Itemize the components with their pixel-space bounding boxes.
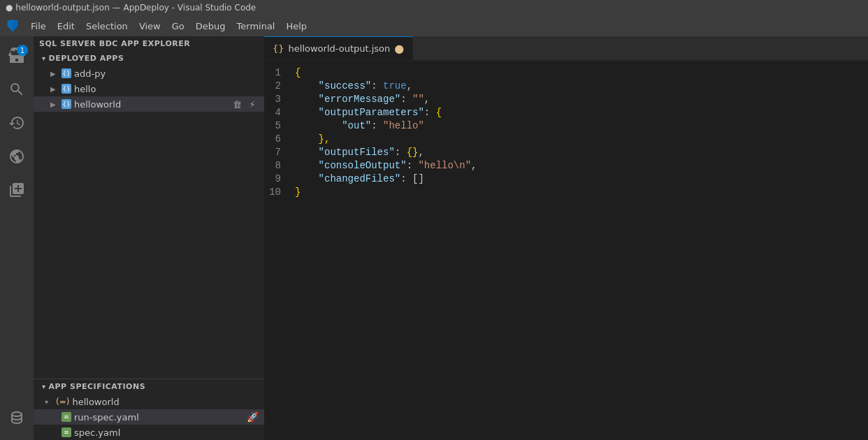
- code-line-10: 10 }: [264, 186, 868, 199]
- app-logo: [3, 16, 22, 36]
- deployed-apps-title[interactable]: ▾ DEPLOYED APPS: [34, 51, 264, 66]
- tree-item-add-py[interactable]: ▶ {} add-py: [34, 66, 264, 81]
- titlebar-title: ● helloworld-output.json — AppDeploy - V…: [6, 3, 256, 13]
- tree-arrow-hello: ▶: [50, 85, 62, 93]
- app-specs-title[interactable]: ▾ APP SPECIFICATIONS: [34, 379, 264, 394]
- menu-help[interactable]: Help: [280, 18, 312, 34]
- tree-arrow-add-py: ▶: [50, 70, 62, 78]
- spec-file2-icon: ≡: [62, 427, 71, 437]
- spec-run-icon[interactable]: 🚀: [247, 411, 259, 423]
- spec-group-helloworld[interactable]: ▾ (=) helloworld: [34, 394, 264, 409]
- deployed-apps-arrow: ▾: [42, 54, 46, 62]
- code-line-1: 1 {: [264, 66, 868, 80]
- tab-filename: helloworld-output.json: [289, 43, 391, 54]
- extensions-badge: 1: [17, 45, 28, 56]
- tab-helloworld-output[interactable]: {} helloworld-output.json ●: [264, 36, 413, 60]
- tab-bar: {} helloworld-output.json ●: [264, 36, 868, 61]
- spec-file-run-spec[interactable]: ≡ run-spec.yaml 🚀: [34, 409, 264, 425]
- code-line-6: 6 },: [264, 133, 868, 146]
- app-icon-add-py: {}: [62, 68, 71, 78]
- code-line-7: 7 "outputFiles": {},: [264, 146, 868, 159]
- editor-area: {} helloworld-output.json ● 1 { 2 "succe…: [264, 36, 868, 440]
- menu-terminal[interactable]: Terminal: [231, 18, 281, 34]
- deployed-apps-panel: ▾ DEPLOYED APPS ▶ {} add-py ▶ {} hello ▶…: [34, 51, 264, 379]
- activity-source-control[interactable]: [0, 106, 34, 140]
- tab-modified-dot: ●: [394, 42, 404, 55]
- spec-file-icon: ≡: [62, 412, 71, 422]
- menu-debug[interactable]: Debug: [190, 18, 231, 34]
- tree-arrow-helloworld: ▶: [50, 101, 62, 108]
- app-specs-panel: ▾ APP SPECIFICATIONS ▾ (=) helloworld ≡ …: [34, 379, 264, 440]
- menu-view[interactable]: View: [133, 18, 166, 34]
- menu-selection[interactable]: Selection: [80, 18, 133, 34]
- spec-group-arrow: ▾: [45, 398, 56, 406]
- code-line-2: 2 "success": true,: [264, 80, 868, 93]
- sidebar-header: SQL SERVER BDC APP EXPLORER: [34, 36, 264, 51]
- activity-sql[interactable]: [0, 401, 34, 434]
- menu-edit[interactable]: Edit: [52, 18, 80, 34]
- tree-item-helloworld[interactable]: ▶ {} helloworld 🗑 ⚡: [34, 96, 264, 112]
- menu-go[interactable]: Go: [166, 18, 190, 34]
- titlebar: ● helloworld-output.json — AppDeploy - V…: [0, 0, 868, 15]
- editor-content[interactable]: 1 { 2 "success": true, 3 "errorMessage":…: [264, 61, 868, 440]
- app-icon-helloworld: {}: [62, 99, 71, 109]
- menubar: File Edit Selection View Go Debug Termin…: [0, 15, 868, 36]
- run-icon[interactable]: ⚡: [246, 98, 259, 110]
- code-line-3: 3 "errorMessage": "",: [264, 93, 868, 106]
- activity-extensions2[interactable]: [0, 173, 34, 207]
- tree-item-hello[interactable]: ▶ {} hello: [34, 81, 264, 96]
- spec-file-spec[interactable]: ≡ spec.yaml: [34, 425, 264, 440]
- main-layout: 1 SQL S: [0, 36, 868, 440]
- code-line-4: 4 "outputParameters": {: [264, 106, 868, 119]
- activity-search[interactable]: [0, 73, 34, 106]
- app-specs-arrow: ▾: [42, 383, 46, 390]
- code-line-5: 5 "out": "hello": [264, 119, 868, 133]
- activity-remote[interactable]: [0, 140, 34, 173]
- helloworld-actions: 🗑 ⚡: [231, 98, 259, 110]
- activity-bar: 1: [0, 36, 34, 440]
- sidebar: SQL SERVER BDC APP EXPLORER ▾ DEPLOYED A…: [34, 36, 264, 440]
- delete-icon[interactable]: 🗑: [231, 98, 243, 110]
- menu-file[interactable]: File: [25, 18, 52, 34]
- activity-extensions[interactable]: 1: [0, 39, 34, 73]
- code-line-8: 8 "consoleOutput": "hello\n",: [264, 159, 868, 173]
- app-icon-hello: {}: [62, 84, 71, 94]
- tab-file-icon: {}: [273, 43, 284, 54]
- spec-group-icon: (=): [56, 397, 69, 406]
- code-line-9: 9 "changedFiles": []: [264, 173, 868, 186]
